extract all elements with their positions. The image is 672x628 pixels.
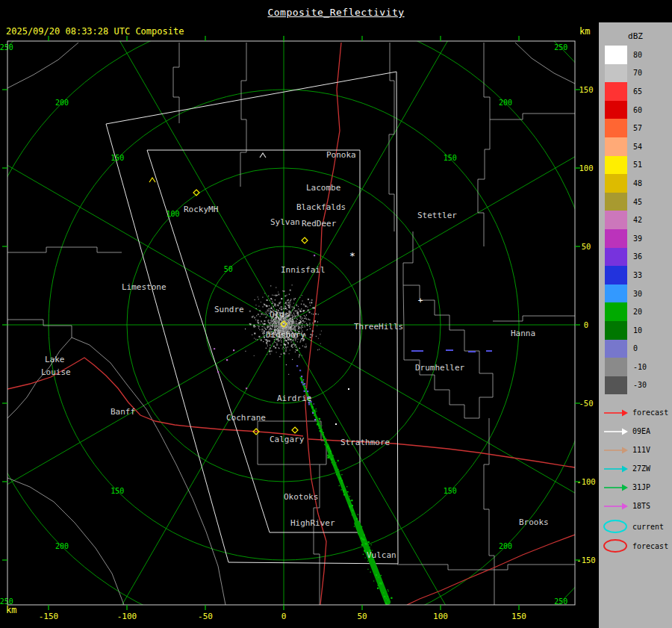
clutter-dot	[285, 340, 286, 341]
clutter-dot	[273, 295, 274, 296]
storm-echo-speckle	[356, 518, 358, 520]
clutter-dot	[314, 320, 316, 322]
clutter-dot	[302, 300, 302, 301]
clutter-dot	[294, 318, 295, 319]
clutter-dot	[262, 306, 263, 307]
clutter-dot	[318, 338, 319, 339]
storm-echo-speckle	[341, 482, 342, 483]
track-arrow-icon	[603, 427, 629, 436]
storm-echo-speckle	[303, 379, 304, 380]
clutter-dot	[313, 324, 314, 325]
y-axis-unit-label: km	[579, 26, 590, 37]
clutter-dot	[269, 341, 270, 342]
x-axis-label: 100	[433, 612, 448, 621]
clutter-dot	[292, 317, 293, 317]
clutter-dot	[264, 337, 265, 338]
clutter-dot	[291, 314, 293, 316]
city-label: Lacombe	[306, 183, 340, 193]
clutter-dot	[301, 321, 302, 322]
clutter-dot	[311, 299, 313, 301]
storm-echo-speckle	[381, 578, 382, 579]
clutter-dot	[299, 341, 300, 342]
clutter-dot	[309, 326, 310, 327]
color-swatch	[605, 82, 627, 101]
scale-value: 60	[633, 106, 642, 114]
clutter-dot	[254, 317, 255, 318]
storm-echo-speckle	[363, 554, 364, 555]
clutter-dot	[293, 309, 293, 310]
y-axis-label: 100	[579, 164, 594, 172]
storm-echo-speckle	[378, 576, 379, 577]
storm-echo-speckle	[379, 582, 381, 584]
storm-echo-speckle	[385, 603, 387, 604]
clutter-dot	[290, 311, 290, 311]
clutter-dot	[273, 326, 274, 326]
clutter-dot	[285, 346, 286, 347]
clutter-dot	[296, 320, 296, 321]
x-axis-label: -100	[117, 612, 137, 621]
clutter-dot	[310, 329, 311, 329]
clutter-dot	[291, 325, 292, 326]
clutter-dot	[293, 313, 294, 314]
clutter-dot	[298, 308, 299, 309]
clutter-dot	[262, 326, 263, 327]
track-arrow-icon	[603, 446, 629, 455]
clutter-dot	[293, 306, 293, 307]
clutter-dot	[289, 323, 290, 325]
storm-echo-speckle	[348, 491, 349, 492]
clutter-dot	[307, 329, 308, 330]
clutter-dot	[272, 327, 273, 328]
clutter-dot	[263, 335, 264, 335]
track-label: forecast	[632, 408, 668, 417]
storm-echo-speckle	[349, 496, 350, 497]
color-swatch	[605, 358, 627, 376]
city-label: Sylvan	[270, 217, 300, 227]
storm-echo-speckle	[349, 498, 349, 499]
scale-value: 20	[633, 308, 642, 316]
storm-echo-speckle	[320, 430, 321, 432]
clutter-dot	[296, 313, 297, 314]
city-label: RockyMH	[184, 205, 218, 214]
storm-echo	[301, 378, 393, 604]
clutter-dot	[264, 303, 264, 304]
track-arrow-icon	[603, 408, 629, 417]
storm-echo-speckle	[370, 547, 370, 547]
storm-echo-speckle	[328, 448, 329, 450]
clutter-dot	[293, 323, 294, 324]
clutter-dot	[267, 354, 267, 355]
clutter-dot	[294, 346, 295, 346]
clutter-dot	[264, 314, 264, 315]
clutter-dot	[273, 346, 275, 347]
storm-echo-core	[327, 445, 358, 523]
clutter-dot	[283, 328, 284, 329]
clutter-dot	[305, 347, 306, 348]
clutter-dot	[294, 344, 296, 346]
scale-row: 20	[599, 302, 672, 321]
ring-distance-label: 50	[224, 265, 233, 273]
storm-echo-speckle	[330, 453, 331, 454]
boundary-line	[7, 43, 78, 88]
clutter-dot	[310, 305, 311, 305]
clutter-dot	[297, 319, 298, 320]
clutter-dot	[302, 295, 302, 296]
clutter-dot	[292, 285, 293, 285]
clutter-dot	[277, 320, 278, 320]
clutter-dot	[296, 315, 297, 316]
radar-map-canvas[interactable]: *+PonokaLacombeBlackfaldsSylvanRedDeerSt…	[0, 0, 597, 628]
clutter-dot	[291, 306, 292, 307]
radar-site-diamond-icon	[292, 427, 298, 433]
clutter-dot	[281, 298, 282, 299]
storm-echo-speckle	[352, 505, 353, 506]
storm-echo-speckle	[337, 460, 339, 461]
clutter-dot	[269, 305, 270, 306]
clutter-dot	[304, 315, 305, 316]
clutter-dot	[290, 299, 291, 299]
storm-echo-speckle	[355, 520, 356, 521]
clutter-dot	[293, 303, 294, 304]
storm-echo-speckle	[388, 589, 388, 590]
clutter-dot	[310, 334, 311, 335]
city-label: Blackfalds	[296, 202, 346, 212]
clutter-dot	[292, 340, 293, 341]
storm-echo-speckle	[323, 434, 323, 435]
city-label: HighRiver	[290, 518, 335, 528]
